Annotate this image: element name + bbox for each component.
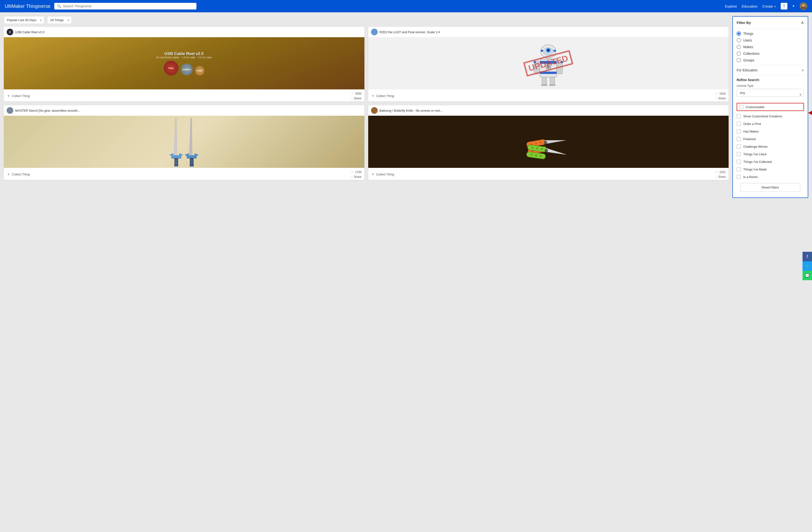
collect-button-sword[interactable]: ＋ Collect Thing xyxy=(6,172,30,177)
radio-collections xyxy=(737,52,741,56)
checkbox-item-featured[interactable]: Featured xyxy=(737,136,804,142)
filter-option-users[interactable]: Users xyxy=(737,38,804,42)
share-row-knife[interactable]: ↑ Share xyxy=(715,175,726,179)
usb-image-title: USB Cable Reel v2.0 xyxy=(164,52,204,56)
filter-option-groups[interactable]: Groups xyxy=(737,58,804,62)
heart-icon-sword: ♡ xyxy=(351,170,354,174)
like-row-sword[interactable]: ♡ 1784 xyxy=(351,170,362,174)
filter-dropdown-wrapper: All Things xyxy=(47,16,72,24)
radio-label-users: Users xyxy=(743,38,752,42)
arrow-head-icon xyxy=(808,111,812,115)
svg-rect-24 xyxy=(175,159,178,160)
svg-rect-26 xyxy=(175,163,178,164)
nav-education[interactable]: Education xyxy=(742,4,757,8)
card-header-usb: U USB Cable Reel v2.0 xyxy=(4,27,364,37)
checkbox-item-show-customized[interactable]: Show Customized Creations xyxy=(737,113,804,120)
site-logo[interactable]: UltiMaker Thingiverse xyxy=(5,3,50,9)
like-row-knife[interactable]: ♡ 1631 xyxy=(715,170,726,174)
checkbox-item-made[interactable]: Things I've Made xyxy=(737,166,804,172)
share-icon-knife: ↑ xyxy=(715,175,717,179)
svg-rect-33 xyxy=(190,159,193,160)
collect-label-knife: Collect Thing xyxy=(376,172,394,176)
share-row-r2d2[interactable]: ↑ Share xyxy=(715,97,726,100)
notification-bell[interactable]: ! xyxy=(781,3,787,10)
like-row-r2d2[interactable]: ♡ 1816 xyxy=(715,92,726,96)
filter-type-section: Things Users Makes Collections xyxy=(733,29,808,66)
card-image-sword[interactable] xyxy=(4,116,364,168)
usb-image-subtitle: 2m and thicker cables 1.5-2m cable 0.5-1… xyxy=(156,56,212,59)
like-share-sword: ♡ 1784 ↑ Share xyxy=(351,170,362,179)
collect-button-usb[interactable]: ＋ Collect Thing xyxy=(6,94,30,98)
radio-label-things: Things xyxy=(743,32,753,36)
card-title-r2d2: R2D2 the LAST and Final version. Scale 1… xyxy=(380,30,440,34)
knife-image-svg xyxy=(522,118,574,166)
svg-marker-29 xyxy=(179,153,184,157)
checkbox-item-liked[interactable]: Things I've Liked xyxy=(737,151,804,157)
share-row-sword[interactable]: ↑ Share xyxy=(351,175,362,179)
license-wrapper: Any xyxy=(737,89,804,100)
featured-label: Featured xyxy=(743,137,756,141)
sort-dropdown-wrapper: Popular Last 30 Days xyxy=(4,16,44,24)
reset-filters-button[interactable]: Reset Filters xyxy=(740,183,800,192)
made-label: Things I've Made xyxy=(743,168,767,171)
filter-option-collections[interactable]: Collections xyxy=(737,52,804,56)
filter-option-makes[interactable]: Makes xyxy=(737,45,804,49)
share-label-sword: Share xyxy=(354,175,361,179)
sort-dropdown[interactable]: Popular Last 30 Days xyxy=(4,16,44,24)
like-share-r2d2: ♡ 1816 ↑ Share xyxy=(715,92,726,100)
customizable-label: Customizable xyxy=(746,105,764,109)
like-count-usb: 3630 xyxy=(355,92,362,95)
card-r2d2: R2D2 the LAST and Final version. Scale 1… xyxy=(368,27,729,101)
collect-button-r2d2[interactable]: ＋ Collect Thing xyxy=(371,94,394,98)
collect-label-r2d2: Collect Thing xyxy=(376,94,394,98)
avatar[interactable] xyxy=(800,2,807,10)
cards-grid: U USB Cable Reel v2.0 USB Cable Reel v2.… xyxy=(4,27,729,180)
checkbox-item-order-print[interactable]: Order a Print xyxy=(737,121,804,127)
user-dropdown-arrow[interactable]: ▼ xyxy=(792,4,795,8)
collect-button-knife[interactable]: ＋ Collect Thing xyxy=(371,172,394,177)
checkbox-item-has-makes[interactable]: Has Makes xyxy=(737,128,804,135)
grid-controls: Popular Last 30 Days All Things xyxy=(4,16,729,24)
search-input[interactable] xyxy=(63,4,193,8)
filter-collapse-icon[interactable]: ∧ xyxy=(801,20,804,25)
card-image-r2d2[interactable]: UPDATED xyxy=(368,37,729,89)
license-dropdown[interactable]: Any xyxy=(737,89,804,97)
checkbox-item-remix[interactable]: Is a Remix xyxy=(737,173,804,180)
share-row-usb[interactable]: ↑ Share xyxy=(351,97,362,100)
card-image-knife[interactable] xyxy=(368,116,729,168)
svg-rect-34 xyxy=(190,162,193,163)
filter-radio-group: Things Users Makes Collections xyxy=(737,31,804,62)
svg-marker-51 xyxy=(546,148,567,155)
filter-header: Filter By ∧ xyxy=(733,17,808,29)
grid-area: Popular Last 30 Days All Things U USB Ca… xyxy=(4,16,729,198)
share-label-usb: Share xyxy=(354,97,361,100)
card-title-knife: Balisong / Butterfly Knife - No screws o… xyxy=(380,109,443,112)
customizable-row[interactable]: Customizable xyxy=(737,103,804,111)
card-image-usb[interactable]: USB Cable Reel v2.0 2m and thicker cable… xyxy=(4,37,364,89)
card-knife: Balisong / Butterfly Knife - No screws o… xyxy=(368,105,729,180)
nav-explore[interactable]: Explore xyxy=(725,4,737,8)
filter-dropdown[interactable]: All Things xyxy=(47,16,72,24)
for-education-dropdown[interactable]: For Education: ∨ xyxy=(733,66,808,75)
radio-label-collections: Collections xyxy=(743,52,759,55)
checkbox-show-customized xyxy=(737,114,741,118)
search-bar: 🔍 xyxy=(54,3,197,10)
heart-icon-knife: ♡ xyxy=(715,170,718,174)
like-share-usb: ♡ 3630 ↑ Share xyxy=(351,92,362,100)
remix-label: Is a Remix xyxy=(743,175,758,179)
like-row-usb[interactable]: ♡ 3630 xyxy=(351,92,362,96)
nav-create[interactable]: Create + xyxy=(762,4,776,8)
svg-rect-16 xyxy=(550,77,555,85)
card-footer-sword: ＋ Collect Thing ♡ 1784 ↑ Share xyxy=(4,168,364,180)
checkbox-item-challenge[interactable]: Challenge Winner xyxy=(737,143,804,150)
card-title-usb: USB Cable Reel v2.0 xyxy=(15,30,44,34)
checkbox-item-collected[interactable]: Things I've Collected xyxy=(737,158,804,165)
radio-inner-things xyxy=(738,33,740,34)
checkbox-remix xyxy=(737,175,741,179)
challenge-label: Challenge Winner xyxy=(743,145,768,149)
share-label-r2d2: Share xyxy=(718,97,726,100)
logo-bold: UltiMaker xyxy=(5,3,25,9)
collected-label: Things I've Collected xyxy=(743,160,772,164)
card-avatar-sword xyxy=(6,107,13,114)
filter-option-things[interactable]: Things xyxy=(737,31,804,36)
